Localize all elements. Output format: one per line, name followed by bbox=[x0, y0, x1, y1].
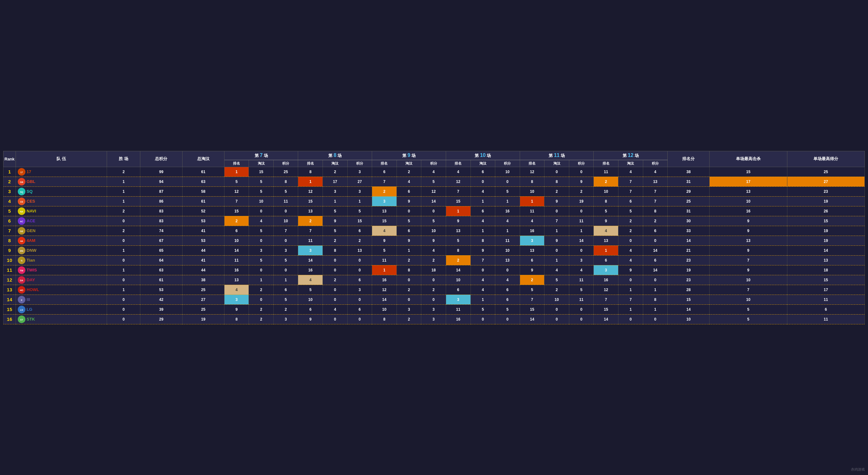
best-score-cell: 18 bbox=[787, 265, 865, 275]
game-rank-cell: 13 bbox=[446, 226, 470, 236]
game-rank-cell: 8 bbox=[446, 245, 470, 255]
game-rank-cell: 8 bbox=[520, 177, 545, 186]
rank-cell: 15 bbox=[3, 304, 16, 314]
header-row-1: Rank 队 伍 胜 场 总积分 总淘汰 第 7 场 第 8 场 第 9 场 第… bbox=[3, 151, 865, 160]
game-elim-cell: 0 bbox=[397, 295, 421, 304]
game-pts-cell: 5 bbox=[495, 304, 520, 314]
game-pts-cell: 11 bbox=[569, 216, 594, 226]
rank-cell: 3 bbox=[3, 186, 16, 196]
table-row: 8 4A 4AM 0 67 53 1000 1122 999 5811 3914… bbox=[3, 236, 865, 245]
game-rank-cell: 3 bbox=[298, 245, 323, 255]
game-pts-cell: 14 bbox=[643, 245, 668, 255]
total-pts-cell: 53 bbox=[140, 285, 182, 295]
game-elim-cell: 4 bbox=[618, 245, 643, 255]
game-elim-cell: 8 bbox=[545, 177, 569, 186]
best-kill-cell: 5 bbox=[710, 314, 787, 324]
rank-final-cell: 19 bbox=[668, 265, 710, 275]
game-elim-cell: 2 bbox=[397, 285, 421, 295]
game-rank-cell: 10 bbox=[520, 186, 545, 196]
svg-text:HO: HO bbox=[20, 289, 24, 292]
g12-rank-sub: 排名 bbox=[594, 160, 618, 167]
game-pts-cell: 1 bbox=[495, 226, 520, 236]
game-rank-cell: 16 bbox=[520, 226, 545, 236]
team-name-label: Tian bbox=[27, 258, 35, 263]
game-rank-cell: 2 bbox=[224, 216, 249, 226]
team-logo: CE bbox=[18, 198, 25, 205]
game-elim-cell: 6 bbox=[397, 226, 421, 236]
team-name-cell: DN DNW bbox=[16, 245, 107, 255]
total-pts-cell: 74 bbox=[140, 226, 182, 236]
game-rank-cell: 16 bbox=[594, 275, 618, 285]
best-kill-cell: 15 bbox=[710, 167, 787, 177]
game-pts-cell: 3 bbox=[347, 167, 372, 177]
game-elim-cell: 5 bbox=[249, 177, 274, 186]
wins-cell: 0 bbox=[107, 295, 140, 304]
game-pts-cell: 6 bbox=[347, 304, 372, 314]
game-rank-cell: 6 bbox=[298, 304, 323, 314]
game-rank-cell: 16 bbox=[224, 265, 249, 275]
best-score-cell: 19 bbox=[787, 226, 865, 236]
wins-cell: 0 bbox=[107, 275, 140, 285]
game-elim-cell: 1 bbox=[618, 304, 643, 314]
svg-text:DA: DA bbox=[20, 279, 23, 281]
rank-final-cell: 28 bbox=[668, 285, 710, 295]
game-rank-cell: 15 bbox=[446, 196, 470, 206]
game-rank-cell: 15 bbox=[594, 304, 618, 314]
svg-text:LG: LG bbox=[20, 309, 23, 311]
game-rank-cell: 12 bbox=[298, 186, 323, 196]
game-rank-cell: 3 bbox=[446, 295, 470, 304]
rank-cell: 11 bbox=[3, 265, 16, 275]
game-rank-cell: 12 bbox=[446, 177, 470, 186]
table-row: 9 DN DNW 1 65 44 1433 3813 514 8910 1300… bbox=[3, 245, 865, 255]
game-rank-cell: 10 bbox=[224, 236, 249, 245]
total-pts-cell: 83 bbox=[140, 216, 182, 226]
game-rank-cell: 6 bbox=[224, 226, 249, 236]
col-group-9-header: 第 9 场 bbox=[372, 151, 446, 160]
best-score-cell: 27 bbox=[787, 177, 865, 186]
game-rank-cell: 6 bbox=[446, 285, 470, 295]
g12-pts-sub: 积分 bbox=[643, 160, 668, 167]
best-kill-cell: 9 bbox=[710, 226, 787, 236]
game-elim-cell: 0 bbox=[470, 314, 495, 324]
watermark: 赤鸡游戏 bbox=[851, 467, 865, 472]
game-pts-cell: 10 bbox=[273, 216, 298, 226]
game-rank-cell: 9 bbox=[446, 216, 470, 226]
game-elim-cell: 4 bbox=[470, 285, 495, 295]
game-elim-cell: 0 bbox=[618, 275, 643, 285]
game-rank-cell: 16 bbox=[372, 275, 397, 285]
game-pts-cell: 11 bbox=[569, 275, 594, 285]
game-elim-cell: 5 bbox=[323, 226, 348, 236]
game-pts-cell: 2 bbox=[421, 285, 446, 295]
game-rank-cell: 7 bbox=[372, 177, 397, 186]
game-elim-cell: 0 bbox=[470, 265, 495, 275]
game-pts-cell: 8 bbox=[643, 206, 668, 216]
rank-cell: 1 bbox=[3, 167, 16, 177]
game-elim-cell: 2 bbox=[545, 186, 569, 196]
g9-elim-sub: 淘汰 bbox=[397, 160, 421, 167]
team-name-cell: CE CES bbox=[16, 196, 107, 206]
best-kill-cell: 13 bbox=[710, 186, 787, 196]
game-rank-cell: 1 bbox=[520, 196, 545, 206]
game-elim-cell: 0 bbox=[545, 206, 569, 216]
game-rank-cell: 6 bbox=[372, 167, 397, 177]
game-pts-cell: 5 bbox=[569, 285, 594, 295]
wins-cell: 1 bbox=[107, 186, 140, 196]
game-pts-cell: 6 bbox=[347, 226, 372, 236]
svg-text:GE: GE bbox=[20, 230, 23, 232]
rank-final-cell: 10 bbox=[668, 314, 710, 324]
game-elim-cell: 9 bbox=[545, 236, 569, 245]
table-row: 15 LG LG 0 39 25 922 646 1033 1155 1500 … bbox=[3, 304, 865, 314]
game-rank-cell: 1 bbox=[372, 265, 397, 275]
team-name-label: NAVI bbox=[27, 209, 36, 213]
table-row: 7 GE GEN 2 74 41 657 756 4610 1311 1611 … bbox=[3, 226, 865, 236]
game-rank-cell: 14 bbox=[520, 314, 545, 324]
team-name-cell: II III bbox=[16, 295, 107, 304]
team-logo: Ti bbox=[18, 257, 25, 264]
game-elim-cell: 2 bbox=[323, 167, 348, 177]
best-kill-cell: 17 bbox=[710, 177, 787, 186]
game-pts-cell: 18 bbox=[421, 265, 446, 275]
total-pts-cell: 87 bbox=[140, 186, 182, 196]
team-logo: GE bbox=[18, 227, 25, 235]
game-rank-cell: 2 bbox=[372, 186, 397, 196]
wins-cell: 1 bbox=[107, 285, 140, 295]
